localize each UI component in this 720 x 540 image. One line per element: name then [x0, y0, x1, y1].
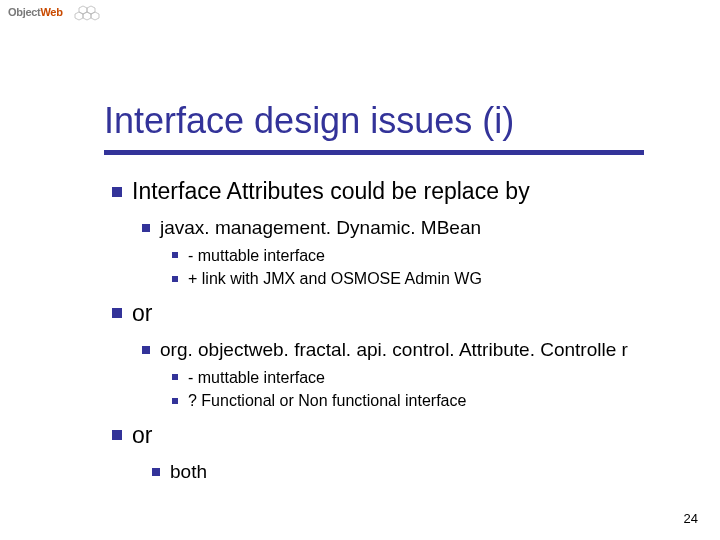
title-block: Interface design issues (i): [104, 100, 644, 155]
bullet-l1: or: [112, 420, 692, 451]
bullet-icon: [142, 346, 150, 354]
svg-marker-4: [91, 12, 99, 20]
bullet-text: both: [170, 461, 207, 482]
logo-part1: Object: [8, 6, 40, 18]
bullet-icon: [112, 430, 122, 440]
logo-text: ObjectWeb: [8, 6, 63, 18]
bullet-icon: [152, 468, 160, 476]
svg-marker-3: [75, 12, 83, 20]
bullet-l3: ? Functional or Non functional interface: [172, 390, 692, 412]
bullet-icon: [172, 398, 178, 404]
bullet-l2: both: [152, 459, 692, 485]
bullet-text: or: [132, 422, 152, 448]
bullet-text: ? Functional or Non functional interface: [188, 392, 466, 409]
bullet-l2: org. objectweb. fractal. api. control. A…: [142, 337, 692, 363]
bullet-text: - muttable interface: [188, 247, 325, 264]
svg-marker-2: [83, 12, 91, 20]
bullet-icon: [142, 224, 150, 232]
bullet-text: Interface Attributes could be replace by: [132, 178, 530, 204]
bullet-text: or: [132, 300, 152, 326]
title-underline: [104, 150, 644, 155]
bullet-text: - muttable interface: [188, 369, 325, 386]
slide-number: 24: [684, 511, 698, 526]
bullet-text: + link with JMX and OSMOSE Admin WG: [188, 270, 482, 287]
bullet-icon: [172, 276, 178, 282]
bullet-icon: [112, 308, 122, 318]
bullet-l3: + link with JMX and OSMOSE Admin WG: [172, 268, 692, 290]
bullet-text: javax. management. Dynamic. MBean: [160, 217, 481, 238]
bullet-l1: Interface Attributes could be replace by: [112, 176, 692, 207]
bullet-l2: javax. management. Dynamic. MBean: [142, 215, 692, 241]
bullet-l3: - muttable interface: [172, 367, 692, 389]
bullet-l1: or: [112, 298, 692, 329]
bullet-l3: - muttable interface: [172, 245, 692, 267]
bullet-icon: [172, 374, 178, 380]
logo-part2: Web: [40, 6, 62, 18]
bullet-text: org. objectweb. fractal. api. control. A…: [160, 339, 628, 360]
slide-title: Interface design issues (i): [104, 100, 644, 142]
logo-hex-icon: [72, 4, 102, 28]
slide: ObjectWeb Interface design issues (i) In…: [0, 0, 720, 540]
bullet-icon: [112, 187, 122, 197]
bullet-icon: [172, 252, 178, 258]
body-content: Interface Attributes could be replace by…: [112, 176, 692, 488]
